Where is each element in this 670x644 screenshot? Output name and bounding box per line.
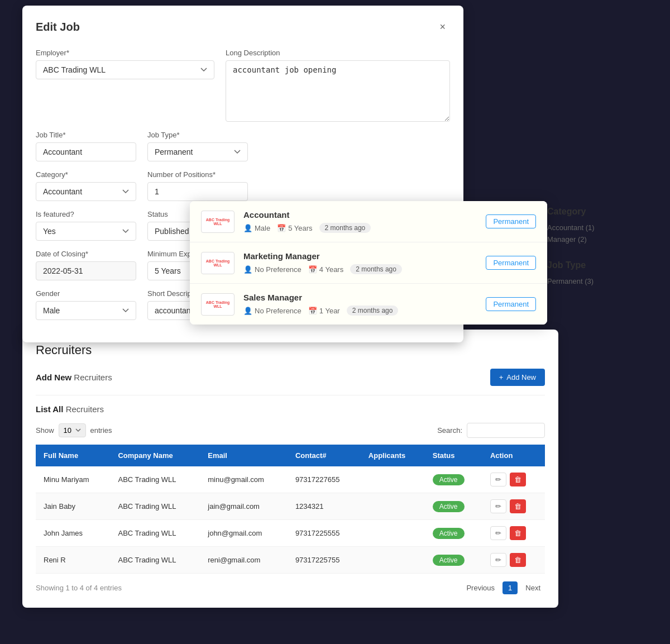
cell-email: minu@gmail.com <box>200 466 288 493</box>
cell-email: jain@gmail.com <box>200 493 288 520</box>
positions-input[interactable] <box>147 182 248 201</box>
featured-group: Is featured? Yes <box>36 210 136 241</box>
form-row-title-type: Job Title* Job Type* Permanent <box>36 131 450 161</box>
modal-header: Edit Job × <box>36 19 450 35</box>
job-info-2: Sales Manager 👤 No Preference 📅 1 Year 2… <box>243 293 477 316</box>
form-row-employer: Employer* ABC Trading WLL Long Descripti… <box>36 49 450 122</box>
cell-contact: 97317227655 <box>288 466 361 493</box>
edit-button[interactable]: ✏ <box>490 553 506 567</box>
category-filter-title: Category <box>547 207 636 217</box>
form-row-category-positions: Category* Accountant Number of Positions… <box>36 170 450 201</box>
delete-button[interactable]: 🗑 <box>510 499 526 513</box>
edit-button[interactable]: ✏ <box>490 473 506 486</box>
table-row: Minu Mariyam ABC Trading WLL minu@gmail.… <box>36 466 545 493</box>
status-badge: Active <box>433 528 465 539</box>
user-icon-1: 👤 <box>243 265 252 274</box>
search-input[interactable] <box>467 423 545 438</box>
cell-contact: 97317225555 <box>288 520 361 547</box>
table-body: Minu Mariyam ABC Trading WLL minu@gmail.… <box>36 466 545 574</box>
long-description-group: Long Description accountant job opening <box>226 49 450 122</box>
cell-email: john@gmail.com <box>200 520 288 547</box>
action-btns: ✏ 🗑 <box>490 526 537 540</box>
jobtype-filter-item-0[interactable]: Permanent (3) <box>547 277 636 285</box>
divider <box>36 395 545 395</box>
status-badge: Active <box>433 501 465 512</box>
add-new-subsection: Add New Recruiters + Add New <box>36 369 545 386</box>
job-card-0[interactable]: ABC Trading WLL Accountant 👤 Male 📅 5 Ye… <box>190 201 547 242</box>
cell-applicants <box>361 493 425 520</box>
job-type-select[interactable]: Permanent <box>147 142 248 161</box>
cell-company: ABC Trading WLL <box>110 493 200 520</box>
featured-select[interactable]: Yes <box>36 222 136 241</box>
exp-meta-0: 📅 5 Years <box>277 224 312 232</box>
next-button[interactable]: Next <box>521 581 545 594</box>
positions-label: Number of Positions* <box>147 170 248 179</box>
exp-icon-0: 📅 <box>277 224 286 232</box>
table-header-row: Full Name Company Name Email Contact# Ap… <box>36 445 545 466</box>
exp-icon-2: 📅 <box>308 307 317 315</box>
job-meta-1: 👤 No Preference 📅 4 Years 2 months ago <box>243 264 477 274</box>
delete-button[interactable]: 🗑 <box>510 553 526 567</box>
job-type-label: Job Type* <box>147 131 248 139</box>
featured-label: Is featured? <box>36 210 136 218</box>
table-controls: Show 10 25 50 entries Search: <box>36 423 545 438</box>
company-logo-0: ABC Trading WLL <box>201 211 234 233</box>
col-status: Status <box>425 445 482 466</box>
cell-status: Active <box>425 520 482 547</box>
status-badge: Active <box>433 474 465 485</box>
gender-select[interactable]: Male <box>36 301 136 320</box>
exp-meta-2: 📅 1 Year <box>308 307 340 315</box>
table-row: Jain Baby ABC Trading WLL jain@gmail.com… <box>36 493 545 520</box>
cell-company: ABC Trading WLL <box>110 547 200 574</box>
job-title-input[interactable] <box>36 142 136 161</box>
company-logo-2: ABC Trading WLL <box>201 293 234 316</box>
search-label: Search: <box>437 426 462 435</box>
employer-select[interactable]: ABC Trading WLL <box>36 60 214 79</box>
cell-applicants <box>361 520 425 547</box>
job-meta-2: 👤 No Preference 📅 1 Year 2 months ago <box>243 306 477 316</box>
gender-meta-1: 👤 No Preference <box>243 265 302 274</box>
cell-email: reni@gmail.com <box>200 547 288 574</box>
long-description-textarea[interactable]: accountant job opening <box>226 60 450 122</box>
closing-input[interactable] <box>36 261 136 280</box>
modal-title: Edit Job <box>36 21 80 34</box>
action-btns: ✏ 🗑 <box>490 473 537 486</box>
job-meta-0: 👤 Male 📅 5 Years 2 months ago <box>243 223 477 233</box>
search-box: Search: <box>437 423 545 438</box>
job-info-1: Marketing Manager 👤 No Preference 📅 4 Ye… <box>243 251 477 274</box>
show-entries: Show 10 25 50 entries <box>36 423 112 437</box>
table-footer: Showing 1 to 4 of 4 entries Previous 1 N… <box>36 581 545 594</box>
action-btns: ✏ 🗑 <box>490 553 537 567</box>
cell-status: Active <box>425 466 482 493</box>
delete-button[interactable]: 🗑 <box>510 526 526 540</box>
filter-sidebar: Category Accountant (1) Manager (2) Job … <box>547 207 636 302</box>
add-new-title: Add New Recruiters <box>36 373 112 382</box>
delete-button[interactable]: 🗑 <box>510 473 526 486</box>
cell-full-name: Minu Mariyam <box>36 466 110 493</box>
long-description-label: Long Description <box>226 49 450 57</box>
employer-label: Employer* <box>36 49 214 57</box>
job-title-2: Sales Manager <box>243 293 477 302</box>
show-entries-select[interactable]: 10 25 50 <box>59 423 86 437</box>
table-row: John James ABC Trading WLL john@gmail.co… <box>36 520 545 547</box>
modal-close-button[interactable]: × <box>435 19 450 35</box>
job-title-group: Job Title* <box>36 131 136 161</box>
category-filter-item-1[interactable]: Manager (2) <box>547 235 636 244</box>
job-title-0: Accountant <box>243 210 477 220</box>
previous-button[interactable]: Previous <box>462 581 499 594</box>
job-card-2[interactable]: ABC Trading WLL Sales Manager 👤 No Prefe… <box>190 284 547 325</box>
category-filter-item-0[interactable]: Accountant (1) <box>547 223 636 232</box>
job-info-0: Accountant 👤 Male 📅 5 Years 2 months ago <box>243 210 477 233</box>
job-card-1[interactable]: ABC Trading WLL Marketing Manager 👤 No P… <box>190 242 547 284</box>
table-row: Reni R ABC Trading WLL reni@gmail.com 97… <box>36 547 545 574</box>
page-1-button[interactable]: 1 <box>502 581 518 594</box>
category-group: Category* Accountant <box>36 170 136 201</box>
showing-entries-text: Showing 1 to 4 of 4 entries <box>36 584 122 592</box>
col-email: Email <box>200 445 288 466</box>
edit-button[interactable]: ✏ <box>490 499 506 513</box>
cell-full-name: John James <box>36 520 110 547</box>
user-icon-0: 👤 <box>243 224 252 232</box>
edit-button[interactable]: ✏ <box>490 526 506 540</box>
category-select[interactable]: Accountant <box>36 182 136 201</box>
add-new-button[interactable]: + Add New <box>490 369 545 386</box>
